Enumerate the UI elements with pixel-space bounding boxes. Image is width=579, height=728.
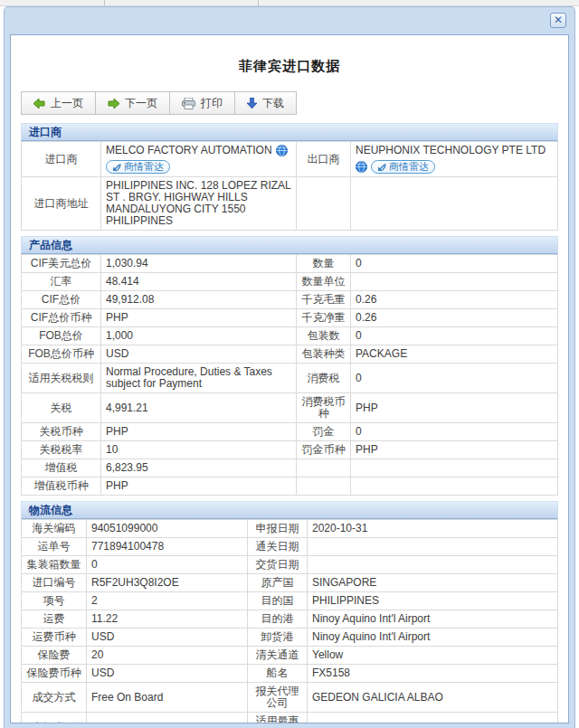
field-value: Yellow bbox=[308, 647, 558, 665]
download-button[interactable]: 下载 bbox=[234, 91, 297, 115]
field-label: 运单号 bbox=[22, 538, 87, 556]
field-label: 包装种类 bbox=[297, 345, 351, 364]
field-value: 1,000 bbox=[101, 327, 297, 345]
field-value bbox=[308, 538, 558, 556]
table-row: 运费11.22目的港Ninoy Aquino Int'l Airport bbox=[22, 610, 558, 629]
field-value: PHP bbox=[101, 477, 297, 496]
next-page-label: 下一页 bbox=[125, 96, 157, 111]
field-label: 卸货港 bbox=[248, 629, 308, 647]
close-icon[interactable]: ✕ bbox=[550, 13, 566, 28]
field-value: 771894100478 bbox=[87, 538, 248, 556]
field-value: 0 bbox=[351, 423, 558, 441]
table-row: 汇率48.414数量单位 bbox=[22, 273, 558, 291]
field-value: SINGAPORE bbox=[308, 574, 558, 592]
table-row: 适用关税税则Normal Procedure, Duties & Taxes s… bbox=[22, 364, 558, 393]
field-value: 94051099000 bbox=[87, 520, 248, 538]
business-radar-badge[interactable]: 商情雷达 bbox=[106, 160, 170, 174]
field-value: Free On Board bbox=[87, 683, 248, 713]
table-row: 成交方式Free On Board报关代理公司GEDEON GALICIA AL… bbox=[22, 683, 558, 713]
field-label: 数量 bbox=[297, 255, 351, 273]
field-value: GEDEON GALICIA ALBAO bbox=[308, 683, 558, 713]
importer-name[interactable]: MELCO FACTORY AUTOMATION bbox=[106, 145, 272, 156]
section-importer-header: 进口商 bbox=[21, 123, 558, 141]
table-row: 关税4,991.21消费税币种PHP bbox=[22, 393, 558, 423]
globe-icon[interactable] bbox=[356, 161, 367, 173]
printer-icon bbox=[182, 98, 195, 109]
field-value: 0 bbox=[351, 327, 558, 345]
product-table: CIF美元总价1,030.94数量0汇率48.414数量单位CIF总价49,91… bbox=[21, 254, 558, 496]
download-arrow-icon bbox=[247, 98, 257, 109]
table-row: 保险费币种USD船名FX5158 bbox=[22, 665, 558, 683]
field-label: 增值税币种 bbox=[22, 477, 101, 496]
field-label: FOB总价 bbox=[22, 327, 101, 345]
field-label: 消费税币种 bbox=[297, 393, 351, 423]
table-row: 增值税币种PHP bbox=[22, 477, 558, 496]
background-page-strip bbox=[0, 0, 579, 6]
table-row: CIF美元总价1,030.94数量0 bbox=[22, 255, 558, 273]
field-label: 进口编号 bbox=[22, 574, 87, 592]
field-value bbox=[308, 713, 558, 724]
field-value bbox=[351, 477, 558, 496]
field-label: 清关通道 bbox=[248, 647, 308, 665]
field-value: Ninoy Aquino Int'l Airport bbox=[308, 610, 558, 629]
field-value: USD bbox=[87, 629, 248, 647]
field-label: 运费 bbox=[22, 610, 87, 629]
exporter-name[interactable]: NEUPHONIX TECHNOLOGY PTE LTD bbox=[356, 145, 546, 156]
dialog-titlebar[interactable]: ✕ bbox=[5, 7, 574, 34]
business-radar-badge[interactable]: 商情雷达 bbox=[371, 160, 435, 174]
field-label: 适用最惠贸易协议 bbox=[248, 713, 308, 724]
field-value: 0 bbox=[351, 255, 558, 273]
field-value: Direct entry for home use bbox=[87, 713, 248, 724]
print-button[interactable]: 打印 bbox=[169, 91, 235, 115]
field-label: 包装数 bbox=[297, 327, 351, 345]
field-value: 11.22 bbox=[87, 610, 248, 629]
field-value: PHP bbox=[101, 309, 297, 327]
table-row: 保险费20清关通道Yellow bbox=[22, 647, 558, 665]
field-label: CIF总价 bbox=[22, 291, 101, 309]
section-logistics: 物流信息 海关编码94051099000申报日期2020-10-31运单号771… bbox=[21, 501, 558, 723]
toolbar: 上一页 下一页 打印 下载 bbox=[22, 91, 558, 115]
field-label: 出口商 bbox=[297, 142, 351, 177]
table-row: 项号2目的国PHILIPPINES bbox=[22, 592, 558, 610]
table-row: FOB总价1,000包装数0 bbox=[22, 327, 558, 345]
field-value: PHP bbox=[351, 393, 558, 423]
field-value: 48.414 bbox=[101, 273, 297, 291]
field-value: R5F2UH3Q8I2OE bbox=[87, 574, 248, 592]
field-label: 数量单位 bbox=[297, 273, 351, 291]
field-value: 0 bbox=[351, 364, 558, 393]
field-value: 2020-10-31 bbox=[308, 520, 558, 538]
field-value: 6,823.95 bbox=[101, 459, 297, 477]
field-label: 罚金币种 bbox=[297, 441, 351, 459]
field-label: 关税币种 bbox=[22, 423, 101, 441]
table-row: 关税税率10罚金币种PHP bbox=[22, 441, 558, 459]
field-label: 申报日期 bbox=[248, 520, 308, 538]
table-row: 关税币种PHP罚金0 bbox=[22, 423, 558, 441]
table-row: 进口编号R5F2UH3Q8I2OE原产国SINGAPORE bbox=[22, 574, 558, 592]
field-value: 10 bbox=[101, 441, 297, 459]
left-arrow-icon bbox=[33, 99, 45, 109]
field-label bbox=[297, 459, 351, 477]
importer-table: 进口商 MELCO FACTORY AUTOMATION bbox=[21, 141, 558, 231]
field-label: 通关日期 bbox=[248, 538, 308, 556]
field-value: USD bbox=[101, 345, 297, 364]
download-label: 下载 bbox=[262, 96, 284, 111]
prev-page-button[interactable]: 上一页 bbox=[21, 91, 96, 115]
field-label: 交货日期 bbox=[248, 556, 308, 574]
table-row: 运单号771894100478通关日期 bbox=[22, 538, 558, 556]
next-page-button[interactable]: 下一页 bbox=[95, 91, 170, 115]
field-label: 汇率 bbox=[22, 273, 101, 291]
globe-icon[interactable] bbox=[276, 145, 288, 156]
field-label: 保险费币种 bbox=[22, 665, 87, 683]
field-label bbox=[297, 177, 351, 231]
field-label: 运费币种 bbox=[22, 629, 87, 647]
field-label: 项号 bbox=[22, 592, 87, 610]
import-data-dialog: ✕ 菲律宾进口数据 上一页 下一页 bbox=[4, 6, 575, 728]
badge-label: 商情雷达 bbox=[124, 161, 164, 173]
prev-page-label: 上一页 bbox=[51, 96, 83, 111]
field-label: 千克毛重 bbox=[297, 291, 351, 309]
field-value: 49,912.08 bbox=[101, 291, 297, 309]
field-label: CIF总价币种 bbox=[22, 309, 101, 327]
field-label: 目的国 bbox=[248, 592, 308, 610]
field-label: CIF美元总价 bbox=[22, 255, 101, 273]
field-label: 消费税 bbox=[297, 364, 351, 393]
